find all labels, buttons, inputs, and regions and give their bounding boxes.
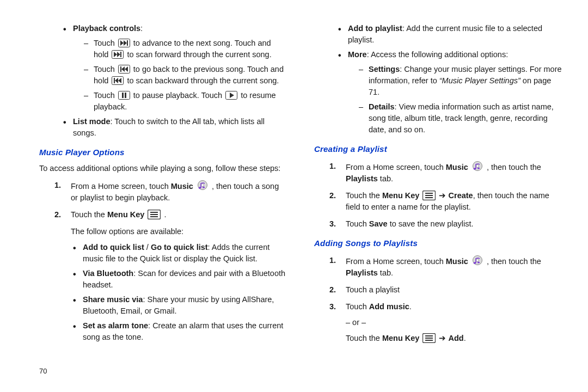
- svg-rect-17: [122, 93, 124, 98]
- menu-key-icon: [422, 191, 436, 200]
- create-step-3: Touch Save to save the new playlist.: [329, 218, 563, 230]
- svg-rect-28: [150, 216, 158, 217]
- options-step-1: From a Home screen, touch Music , then t…: [54, 180, 288, 204]
- next-icon: [118, 39, 130, 47]
- menu-key-icon: [148, 210, 161, 219]
- page-number: 70: [39, 366, 47, 377]
- svg-point-32: [477, 167, 480, 169]
- svg-rect-34: [425, 193, 433, 194]
- play-icon: [225, 91, 237, 100]
- svg-point-24: [203, 186, 205, 188]
- pause-icon: [118, 91, 130, 100]
- svg-marker-11: [121, 66, 125, 72]
- playback-controls-item: Playback controls: Touch to advance to t…: [61, 23, 288, 113]
- svg-marker-1: [120, 40, 124, 46]
- next-icon: [112, 50, 124, 59]
- create-step-1: From a Home screen, touch Music , then t…: [329, 161, 563, 185]
- playback-next: Touch to advance to the next song. Touch…: [83, 38, 288, 60]
- svg-marker-15: [115, 78, 118, 83]
- music-app-icon: [471, 161, 483, 171]
- add-step-3: Touch Add music. – or – Touch the Menu K…: [329, 301, 563, 344]
- svg-rect-27: [150, 214, 158, 215]
- svg-rect-44: [425, 340, 433, 341]
- option-quicklist: Add to quick list / Go to quick list: Ad…: [71, 242, 288, 265]
- menu-key-icon: [422, 333, 436, 343]
- svg-marker-20: [230, 93, 234, 98]
- options-intro: To access additional options while playi…: [39, 163, 288, 174]
- svg-rect-26: [150, 212, 158, 213]
- playback-prev: Touch to go back to the previous song. T…: [83, 64, 288, 87]
- option-more: More: Access the following additional op…: [336, 49, 563, 136]
- svg-rect-16: [118, 91, 130, 100]
- heading-creating-playlist: Creating a Playlist: [314, 143, 563, 155]
- options-available-label: The follow options are available:: [71, 226, 288, 237]
- svg-point-40: [477, 261, 480, 263]
- svg-rect-42: [425, 335, 433, 336]
- music-app-icon: [197, 180, 209, 191]
- add-step-2: Touch a playlist: [329, 284, 563, 296]
- add-step-1: From a Home screen, touch Music , then t…: [329, 255, 563, 279]
- list-mode-item: List mode: Touch to switch to the All ta…: [61, 116, 288, 139]
- svg-marker-6: [117, 52, 120, 57]
- svg-marker-5: [114, 52, 117, 57]
- heading-music-player-options: Music Player Options: [39, 146, 288, 158]
- svg-rect-35: [425, 195, 433, 196]
- heading-adding-songs: Adding Songs to Playlists: [314, 237, 563, 249]
- svg-rect-3: [127, 40, 128, 46]
- column-right: Add to playlist: Add the current music f…: [314, 20, 563, 367]
- more-details: Details: View media information such as …: [358, 101, 563, 136]
- prev-icon: [112, 76, 124, 85]
- option-alarm: Set as alarm tone: Create an alarm that …: [71, 320, 288, 343]
- options-step-2: Touch the Menu Key . The follow options …: [54, 209, 288, 343]
- playback-controls-heading: Playback controls: [73, 24, 140, 33]
- playback-pauseplay: Touch to pause playback. Touch to resume…: [83, 90, 288, 113]
- manual-page: Playback controls: Touch to advance to t…: [0, 0, 588, 392]
- svg-point-22: [201, 183, 204, 186]
- svg-rect-13: [114, 78, 115, 83]
- svg-rect-43: [425, 338, 433, 339]
- svg-point-30: [476, 164, 479, 167]
- more-settings: Settings: Change your music player setti…: [358, 64, 563, 98]
- svg-marker-14: [118, 78, 121, 83]
- create-step-2: Touch the Menu Key ➔ Create, then touch …: [329, 190, 563, 213]
- svg-marker-2: [124, 40, 127, 46]
- or-divider: – or –: [346, 317, 563, 328]
- option-bluetooth: Via Bluetooth: Scan for devices and pair…: [71, 268, 288, 291]
- column-left: Playback controls: Touch to advance to t…: [39, 20, 288, 367]
- svg-rect-7: [120, 52, 121, 57]
- svg-rect-9: [120, 66, 121, 72]
- svg-rect-36: [425, 197, 433, 198]
- prev-icon: [118, 65, 130, 74]
- svg-marker-10: [125, 66, 128, 72]
- svg-point-38: [476, 259, 479, 261]
- svg-rect-18: [125, 93, 126, 98]
- music-app-icon: [471, 255, 483, 266]
- option-share: Share music via: Share your music by usi…: [71, 294, 288, 317]
- option-addplaylist: Add to playlist: Add the current music f…: [336, 23, 563, 46]
